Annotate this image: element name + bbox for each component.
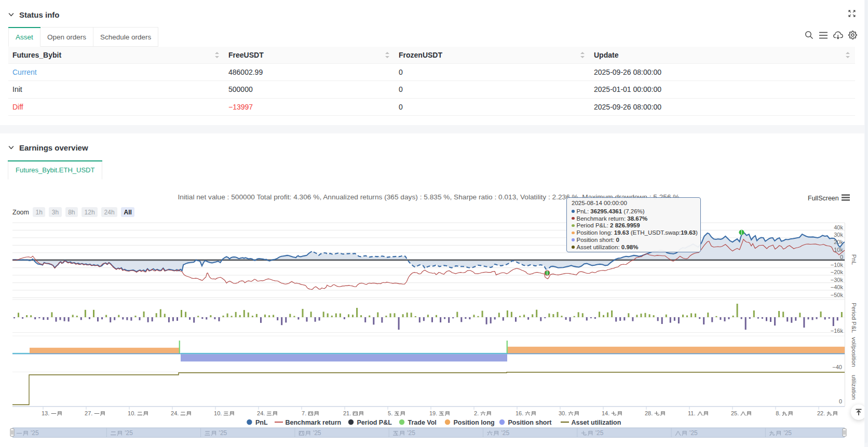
svg-text:2.: 2.: [474, 410, 479, 416]
svg-text:14.: 14.: [602, 410, 609, 416]
svg-text:−10k: −10k: [831, 262, 844, 268]
svg-text:13.: 13.: [42, 410, 49, 416]
svg-text:40k: 40k: [834, 224, 843, 231]
svg-text:20k: 20k: [834, 239, 843, 245]
svg-text:16.: 16.: [516, 410, 523, 416]
svg-text:'25: '25: [689, 429, 698, 437]
svg-text:'25: '25: [783, 429, 792, 437]
svg-text:30.: 30.: [559, 410, 566, 416]
svg-text:vol/position: vol/position: [851, 337, 857, 367]
svg-text:PnL: PnL: [851, 254, 857, 265]
svg-text:10k: 10k: [834, 247, 843, 253]
svg-text:0: 0: [839, 398, 842, 404]
svg-text:Trade Vol: Trade Vol: [408, 419, 437, 426]
svg-text:'25: '25: [31, 429, 39, 437]
svg-text:8.: 8.: [776, 410, 780, 416]
svg-text:Benchmark return: Benchmark return: [286, 419, 342, 426]
svg-text:'25: '25: [125, 429, 133, 437]
svg-text:30k: 30k: [834, 232, 843, 238]
svg-text:22.: 22.: [817, 410, 825, 416]
svg-text:−40k: −40k: [831, 284, 844, 290]
svg-text:0: 0: [840, 254, 843, 260]
svg-text:28.: 28.: [645, 410, 653, 416]
svg-text:Position long: Position long: [454, 419, 495, 426]
svg-text:utilization: utilization: [851, 375, 857, 400]
svg-text:Position short: Position short: [508, 419, 552, 426]
svg-text:19.: 19.: [429, 410, 437, 416]
svg-text:Period P&L: Period P&L: [851, 303, 857, 333]
svg-text:7.: 7.: [302, 410, 306, 416]
svg-text:−20k: −20k: [831, 269, 844, 275]
svg-text:10.: 10.: [128, 410, 135, 416]
svg-text:'25: '25: [595, 429, 604, 437]
svg-text:10.: 10.: [214, 410, 222, 416]
svg-text:Asset utilization: Asset utilization: [572, 419, 621, 426]
svg-text:Period P&L: Period P&L: [357, 419, 392, 426]
svg-text:25.: 25.: [731, 410, 739, 416]
svg-text:−30k: −30k: [831, 277, 844, 283]
svg-text:24.: 24.: [257, 410, 265, 416]
svg-text:21.: 21.: [343, 410, 351, 416]
svg-text:−50k: −50k: [831, 292, 844, 298]
svg-text:24.: 24.: [171, 410, 179, 416]
svg-text:5.: 5.: [388, 410, 392, 416]
svg-text:11.: 11.: [688, 410, 695, 416]
svg-text:'25: '25: [219, 429, 227, 437]
svg-text:−40: −40: [832, 364, 842, 370]
svg-text:'25: '25: [501, 429, 510, 437]
svg-text:PnL: PnL: [255, 419, 268, 426]
svg-text:'25: '25: [313, 429, 321, 437]
svg-text:−16k: −16k: [831, 328, 844, 334]
svg-text:27.: 27.: [85, 410, 92, 416]
svg-text:'25: '25: [407, 429, 415, 437]
